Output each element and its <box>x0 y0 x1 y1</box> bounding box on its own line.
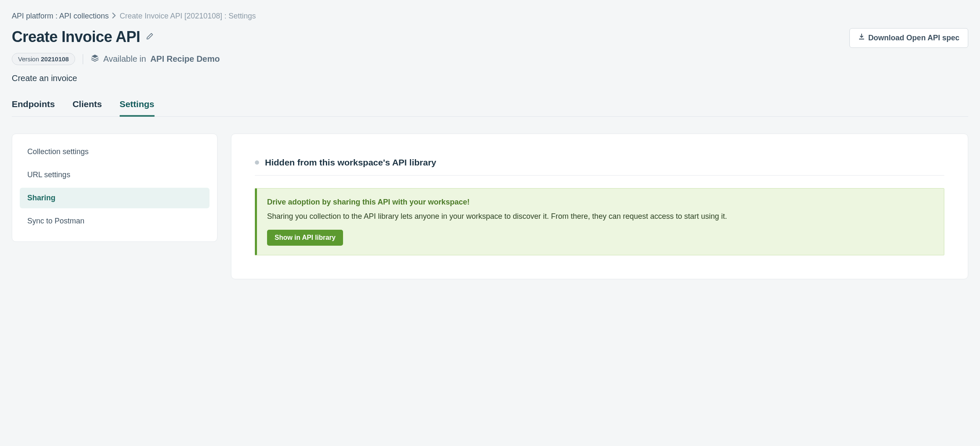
settings-sidebar: Collection settings URL settings Sharing… <box>12 134 217 242</box>
breadcrumb: API platform : API collections Create In… <box>12 12 968 21</box>
status-dot-hidden <box>255 160 259 165</box>
main-panel: Hidden from this workspace's API library… <box>231 134 968 279</box>
download-button-label: Download Open API spec <box>868 34 959 42</box>
content-row: Collection settings URL settings Sharing… <box>12 134 968 279</box>
callout-text: Sharing you collection to the API librar… <box>267 211 934 222</box>
version-prefix: Version <box>18 55 41 63</box>
section-title: Hidden from this workspace's API library <box>265 157 436 168</box>
breadcrumb-current: Create Invoice API [20210108] : Settings <box>120 12 256 21</box>
tab-endpoints[interactable]: Endpoints <box>12 99 55 117</box>
workspace-name[interactable]: API Recipe Demo <box>150 54 220 64</box>
sidebar-item-sync-to-postman[interactable]: Sync to Postman <box>20 211 210 231</box>
version-badge[interactable]: Version 20210108 <box>12 53 75 65</box>
title-wrap: Create Invoice API <box>12 28 154 46</box>
available-in-label: Available in <box>103 54 146 64</box>
show-in-api-library-button[interactable]: Show in API library <box>267 230 343 246</box>
sidebar-item-url-settings[interactable]: URL settings <box>20 165 210 185</box>
page-title: Create Invoice API <box>12 28 140 46</box>
tabs: Endpoints Clients Settings <box>12 99 968 117</box>
tab-clients[interactable]: Clients <box>73 99 102 117</box>
chevron-right-icon <box>112 13 116 20</box>
breadcrumb-root-link[interactable]: API platform : API collections <box>12 12 109 21</box>
section-header: Hidden from this workspace's API library <box>255 157 944 176</box>
download-icon <box>858 34 865 42</box>
pencil-icon[interactable] <box>146 32 154 42</box>
meta-divider <box>83 54 83 64</box>
workspace-info: Available in API Recipe Demo <box>91 54 220 64</box>
layers-icon <box>91 54 99 64</box>
header-row: Create Invoice API Download Open API spe… <box>12 28 968 48</box>
api-description: Create an invoice <box>12 73 968 83</box>
sidebar-item-collection-settings[interactable]: Collection settings <box>20 142 210 162</box>
sharing-callout: Drive adoption by sharing this API with … <box>255 188 944 255</box>
sidebar-item-sharing[interactable]: Sharing <box>20 188 210 208</box>
version-value: 20210108 <box>41 55 69 63</box>
tab-settings[interactable]: Settings <box>120 99 155 117</box>
download-open-api-spec-button[interactable]: Download Open API spec <box>849 28 968 48</box>
meta-row: Version 20210108 Available in API Recipe… <box>12 53 968 65</box>
callout-title: Drive adoption by sharing this API with … <box>267 198 934 207</box>
